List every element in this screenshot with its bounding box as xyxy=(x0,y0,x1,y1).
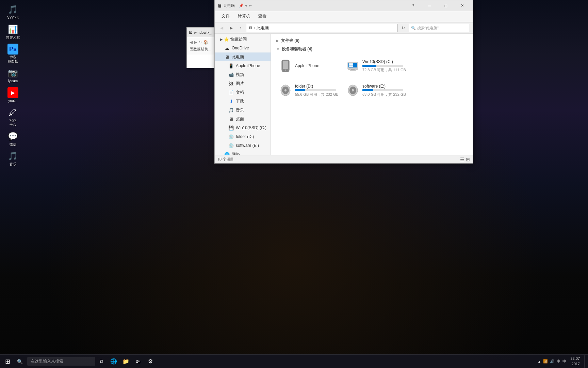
ribbon-tab-computer[interactable]: 计算机 xyxy=(234,11,254,22)
desktop-icon-youtube[interactable]: ▶ yout... xyxy=(3,86,23,104)
taskbar-edge-icon[interactable]: 🌐 xyxy=(108,355,120,368)
forward-button[interactable]: ▶ xyxy=(227,24,235,32)
iphone-name: Apple iPhone xyxy=(295,63,339,68)
ribbon-tab-file[interactable]: 文件 xyxy=(217,11,234,22)
thispc-label: 此电脑 xyxy=(232,54,244,60)
ribbon-tab-view[interactable]: 查看 xyxy=(254,11,271,22)
devices-chevron-down-icon: ▼ xyxy=(276,47,280,51)
clock-display[interactable]: 22:07 2017 xyxy=(568,356,583,367)
tray-arrow-icon[interactable]: ▲ xyxy=(538,359,541,364)
search-placeholder: 搜索"此电脑" xyxy=(417,26,439,31)
sidebar-item-desktop[interactable]: 🖥 桌面 xyxy=(215,114,271,123)
quickaccess-header[interactable]: ▶ ⭐ 快速访问 xyxy=(215,35,271,44)
show-desktop-button[interactable] xyxy=(584,355,585,368)
sidebar-item-music[interactable]: 🎵 音乐 xyxy=(215,106,271,114)
sec-refresh-btn[interactable]: ↻ xyxy=(198,40,202,45)
file-view: ▶ 文件夹 (6) ▼ 设备和驱动器 (4) xyxy=(271,34,473,155)
sidebar-item-thispc[interactable]: 🖥 此电脑 xyxy=(215,52,271,61)
quickaccess-label: 快速访问 xyxy=(230,36,247,42)
sidebar-item-network[interactable]: 🌐 网络 xyxy=(215,150,271,155)
desktop-icon-ps[interactable]: Ps 博客截图板 xyxy=(3,42,23,65)
close-button[interactable]: ✕ xyxy=(454,2,470,10)
sidebar-item-onedrive[interactable]: ☁ OneDrive xyxy=(215,44,271,52)
svg-rect-1 xyxy=(283,61,288,69)
excel-label: 博客.xlsx xyxy=(6,35,20,40)
file-item-e-drive[interactable]: software (E:) 63.0 GB 可用，共 232 GB xyxy=(344,79,408,101)
file-item-d-drive[interactable]: folder (D:) 55.6 GB 可用，共 232 GB xyxy=(276,79,341,101)
desktop-icon-wechat[interactable]: 💬 微信 xyxy=(3,129,23,148)
sidebar-item-pictures[interactable]: 🖼 图片 xyxy=(215,79,271,88)
taskview-button[interactable]: ⧉ xyxy=(95,355,108,368)
sec-back-btn[interactable]: ◀ xyxy=(190,40,193,45)
taskbar-store-icon[interactable]: 🛍 xyxy=(132,355,144,368)
desktop-icon-platform[interactable]: 🖊 写作平台 xyxy=(3,106,23,128)
sidebar-item-e-drive[interactable]: 💿 software (E:) xyxy=(215,141,271,150)
help-button[interactable]: ? xyxy=(405,2,421,10)
maximize-button[interactable]: □ xyxy=(438,2,454,10)
address-bar: ◀ ▶ ↑ 🖥 › 此电脑 ↻ 🔍 搜索"此电脑" xyxy=(215,22,473,34)
d-drive-detail: 55.6 GB 可用，共 232 GB xyxy=(295,92,339,97)
search-box[interactable]: 🔍 搜索"此电脑" xyxy=(409,24,470,32)
svg-rect-11 xyxy=(351,65,353,67)
taskbar-search-box[interactable]: 在这里输入来搜索 xyxy=(27,357,95,366)
desktop-icon-vyq[interactable]: 🎵 VY伴侣 xyxy=(3,3,23,21)
music-sidebar-icon: 🎵 xyxy=(228,107,234,113)
network-icon: 🌐 xyxy=(224,152,230,155)
taskbar-settings-icon[interactable]: ⚙ xyxy=(144,355,157,368)
iyicam-label: iyicam xyxy=(8,79,18,83)
sidebar-item-iphone[interactable]: 📱 Apple iPhone xyxy=(215,61,271,70)
platform-label: 写作平台 xyxy=(10,119,16,127)
taskbar-explorer-icon[interactable]: 📁 xyxy=(120,355,132,368)
iphone-drive-icon xyxy=(279,59,292,73)
desktop-icon-music[interactable]: 🎵 音乐 xyxy=(3,149,23,168)
start-button[interactable]: ⊞ xyxy=(1,355,14,368)
titlebar-undo-icon: ↩ xyxy=(249,3,252,8)
explorer-titlebar: 🖥 此电脑 📌 ▼ ↩ ? ─ □ ✕ xyxy=(215,0,473,11)
back-button[interactable]: ◀ xyxy=(217,24,226,32)
titlebar-pin-icon: 📌 xyxy=(239,3,244,8)
sidebar-item-d-drive[interactable]: 💿 folder (D:) xyxy=(215,132,271,141)
desktop-icon-iyicam[interactable]: 📷 iyicam xyxy=(3,66,23,85)
search-button[interactable]: 🔍 xyxy=(14,355,26,368)
minimize-button[interactable]: ─ xyxy=(422,2,437,10)
onedrive-icon: ☁ xyxy=(224,45,230,51)
ps-icon: Ps xyxy=(7,44,18,55)
wechat-label: 微信 xyxy=(10,142,16,147)
d-drive-icon xyxy=(279,83,292,97)
breadcrumb: 🖥 › 此电脑 xyxy=(248,25,269,31)
refresh-button[interactable]: ↻ xyxy=(399,24,407,32)
svg-point-17 xyxy=(352,89,354,92)
desktop: 🎵 VY伴侣 📊 博客.xlsx Ps 博客截图板 📷 iyicam ▶ you… xyxy=(0,0,588,368)
chevron-right-icon: ▶ xyxy=(220,38,223,41)
e-drive-sidebar-label: software (E:) xyxy=(236,143,259,148)
c-drive-bar-fill xyxy=(362,65,376,67)
up-button[interactable]: ↑ xyxy=(236,24,245,32)
grid-view-button[interactable]: ⊞ xyxy=(466,157,470,162)
c-drive-sidebar-icon: 💾 xyxy=(228,125,234,131)
list-view-button[interactable]: ☰ xyxy=(460,157,464,162)
tray-network-icon[interactable]: 📶 xyxy=(543,359,548,364)
file-item-iphone[interactable]: Apple iPhone xyxy=(276,55,341,77)
file-item-c-drive[interactable]: Win10(SSD) (C:) 72.8 GB 可用，共 111 GB xyxy=(344,55,408,77)
address-box[interactable]: 🖥 › 此电脑 xyxy=(246,24,398,32)
tray-volume-icon[interactable]: 🔊 xyxy=(550,359,555,364)
platform-icon: 🖊 xyxy=(7,107,18,118)
sec-home-btn[interactable]: 🏠 xyxy=(203,40,208,45)
status-bar: 10 个项目 ☰ ⊞ xyxy=(215,155,473,163)
sidebar-item-video[interactable]: 📹 视频 xyxy=(215,70,271,79)
system-tray: ▲ 📶 🔊 中 中 xyxy=(538,359,567,364)
pictures-label: 图片 xyxy=(236,81,244,87)
desktop-icon-excel[interactable]: 📊 博客.xlsx xyxy=(3,22,23,41)
d-drive-info: folder (D:) 55.6 GB 可用，共 232 GB xyxy=(295,84,339,97)
sidebar-item-downloads[interactable]: ⬇ 下载 xyxy=(215,97,271,106)
c-drive-icon xyxy=(346,59,360,73)
tray-keyboard-icon[interactable]: 中 xyxy=(557,359,560,364)
devices-section-header[interactable]: ▼ 设备和驱动器 (4) xyxy=(274,45,470,53)
view-toggle: ☰ ⊞ xyxy=(460,157,470,162)
iphone-sidebar-icon: 📱 xyxy=(228,63,234,68)
sec-forward-btn[interactable]: ▶ xyxy=(194,40,197,45)
sidebar-item-c-drive[interactable]: 💾 Win10(SSD) (C:) xyxy=(215,123,271,132)
sidebar-item-documents[interactable]: 📄 文档 xyxy=(215,88,271,97)
folders-section-header[interactable]: ▶ 文件夹 (6) xyxy=(274,36,470,45)
wechat-icon: 💬 xyxy=(7,131,18,142)
